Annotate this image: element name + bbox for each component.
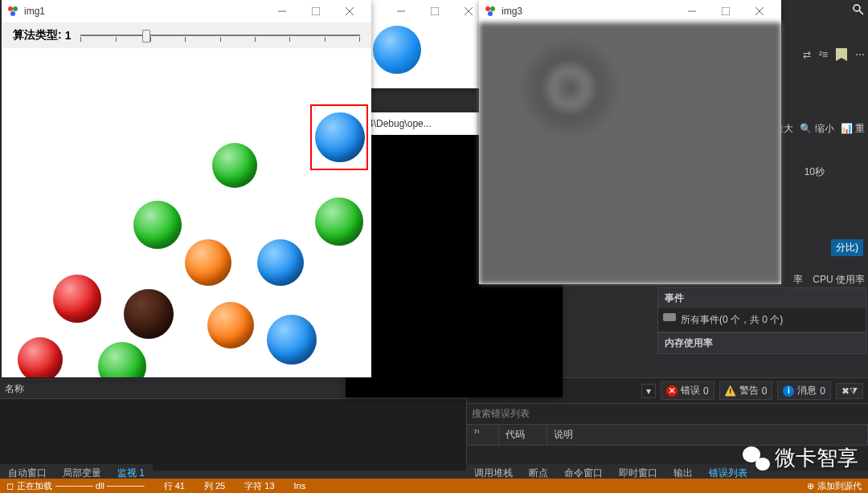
watermark-text: 微卡智享 xyxy=(775,444,858,472)
img1-title: img1 xyxy=(24,6,260,17)
img1-titlebar[interactable]: img1 xyxy=(2,0,371,22)
orange-ball xyxy=(207,302,254,348)
orange-ball xyxy=(185,239,231,286)
memory-usage-header[interactable]: 内存使用率 xyxy=(657,332,866,354)
svg-point-0 xyxy=(854,5,860,11)
window-img3: img3 xyxy=(479,0,781,284)
img3-title: img3 xyxy=(502,6,670,17)
trackbar-value: 1 xyxy=(65,29,72,42)
minimize-button[interactable] xyxy=(265,2,299,21)
minimize-button[interactable] xyxy=(384,2,418,21)
opencv-icon xyxy=(6,5,19,18)
brown-ball xyxy=(124,289,174,339)
ide-top-right xyxy=(852,3,865,16)
green-ball xyxy=(133,201,182,249)
timeline-mark: 10秒 xyxy=(805,165,825,179)
wechat-icon xyxy=(743,446,770,471)
search-icon[interactable] xyxy=(852,3,865,16)
bookmark-icon[interactable] xyxy=(836,48,847,61)
svg-line-1 xyxy=(859,10,863,14)
blue-ball-thumbnail xyxy=(373,26,421,74)
red-ball xyxy=(53,275,101,323)
window-img1: img1 算法类型: 1 xyxy=(2,0,371,377)
img3-distance-transform xyxy=(479,22,781,284)
close-button[interactable] xyxy=(333,2,366,21)
window-img2 xyxy=(370,0,482,88)
img2-titlebar[interactable] xyxy=(370,0,482,22)
blue-ball xyxy=(267,315,317,365)
trackbar-slider[interactable] xyxy=(80,27,360,43)
maximize-button[interactable] xyxy=(418,2,452,21)
events-icon xyxy=(663,313,676,321)
cpu-label: CPU 使用率 xyxy=(813,273,865,287)
events-panel: 事件 所有事件(0 个，共 0 个) xyxy=(657,287,866,332)
img2-content xyxy=(370,22,482,88)
svg-rect-6 xyxy=(431,7,439,15)
zoom-reset-button[interactable]: 📊 重 xyxy=(841,122,865,136)
cpu-usage-labels: 率 CPU 使用率 xyxy=(793,273,865,287)
maximize-button[interactable] xyxy=(709,2,743,21)
trackbar-algorithm-type: 算法类型: 1 xyxy=(2,22,371,48)
green-ball xyxy=(98,342,146,377)
green-ball xyxy=(315,198,363,246)
toolbar-item-2[interactable]: ²≡ xyxy=(819,49,828,60)
img3-titlebar[interactable]: img3 xyxy=(479,0,781,22)
svg-point-19 xyxy=(490,6,495,11)
svg-rect-15 xyxy=(312,7,320,15)
wechat-watermark: 微卡智享 xyxy=(743,444,858,472)
svg-rect-22 xyxy=(722,7,730,15)
toolbar-item-1[interactable]: ⇄ xyxy=(803,49,811,60)
svg-point-18 xyxy=(485,6,490,11)
minimize-button[interactable] xyxy=(675,2,709,21)
percentage-label: 分比) xyxy=(831,239,863,256)
svg-point-13 xyxy=(10,11,15,16)
events-header: 事件 xyxy=(658,288,866,308)
blue-ball xyxy=(257,239,304,286)
ide-toolbar: ⇄ ²≡ ⋯ xyxy=(803,48,865,61)
svg-point-12 xyxy=(13,6,18,11)
svg-point-20 xyxy=(488,11,493,16)
trackbar-label: 算法类型: xyxy=(13,28,62,43)
close-button[interactable] xyxy=(743,2,776,21)
img1-image xyxy=(2,48,371,377)
green-ball xyxy=(212,143,257,188)
red-ball xyxy=(18,337,63,377)
detection-highlight-box xyxy=(310,104,368,170)
svg-point-11 xyxy=(8,6,13,11)
events-all-row[interactable]: 所有事件(0 个，共 0 个) xyxy=(658,308,866,332)
maximize-button[interactable] xyxy=(299,2,333,21)
toolbar-overflow[interactable]: ⋯ xyxy=(855,49,865,60)
opencv-icon xyxy=(484,5,497,18)
zoom-out-button[interactable]: 🔍 缩小 xyxy=(800,122,833,136)
cpu-rate: 率 xyxy=(793,273,803,287)
